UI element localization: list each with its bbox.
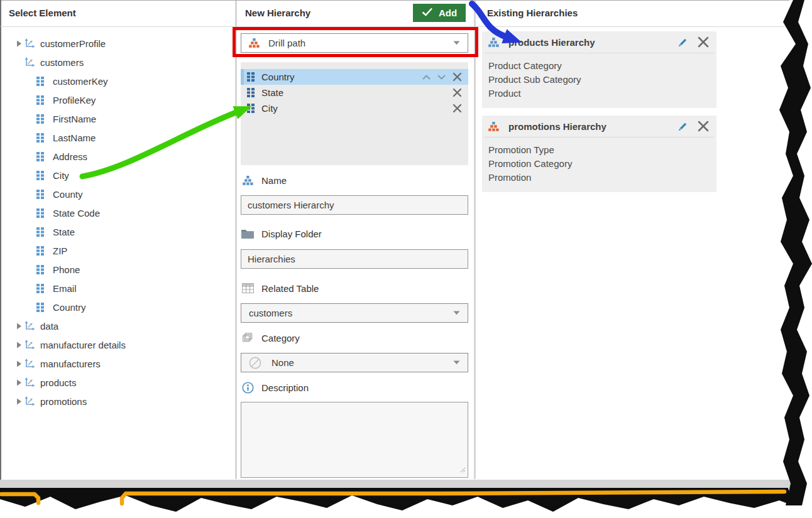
display-folder-label: Display Folder: [261, 229, 322, 239]
hierarchy-orange-icon: [488, 122, 499, 131]
hierarchy-card-products-hierarchy: products Hierarchy Product CategoryProdu…: [482, 31, 716, 108]
hierarchy-card-levels: Product CategoryProduct Sub CategoryProd…: [482, 53, 716, 108]
existing-hierarchies-panel-title: Existing Hierarchies: [487, 0, 578, 26]
edit-hierarchy-button[interactable]: [678, 37, 688, 48]
tree-item-zip[interactable]: ZIP: [1, 241, 234, 260]
tree-item-customerkey[interactable]: customerKey: [1, 72, 234, 90]
edit-hierarchy-button[interactable]: [678, 121, 688, 132]
expander-icon[interactable]: [14, 379, 24, 386]
tree-item-label: customers: [40, 57, 84, 68]
category-label: Category: [261, 333, 300, 343]
resize-handle-icon[interactable]: [459, 464, 466, 475]
table-axis-icon: [24, 396, 40, 406]
app-window: Select Element New Hierarchy Existing Hi…: [0, 0, 812, 518]
table-axis-icon: [24, 321, 40, 331]
drill-level-label: State: [261, 87, 453, 98]
description-textarea[interactable]: [241, 402, 468, 478]
drill-level-country[interactable]: Country: [241, 69, 468, 85]
tree-item-county[interactable]: County: [1, 185, 234, 203]
tree-item-manufacturer-details[interactable]: manufacturer details: [1, 335, 234, 354]
folder-icon: [241, 229, 255, 239]
remove-level-button[interactable]: [453, 72, 462, 82]
column-icon: [36, 152, 53, 161]
tree-item-label: data: [40, 321, 58, 332]
column-icon: [36, 227, 53, 237]
tree-item-address[interactable]: Address: [1, 147, 234, 166]
display-folder-input[interactable]: [241, 249, 468, 269]
tree-item-phone[interactable]: Phone: [1, 260, 234, 279]
tree-item-label: ProfileKey: [53, 95, 96, 105]
column-icon: [36, 114, 53, 124]
tree-item-state[interactable]: State: [1, 222, 234, 241]
tree-item-label: Email: [53, 283, 77, 294]
hierarchy-icon: [241, 176, 255, 185]
delete-hierarchy-button[interactable]: [698, 121, 709, 132]
torn-edge-bottom: [0, 488, 792, 512]
category-dropdown-value: None: [272, 357, 294, 368]
hierarchy-icon: [249, 38, 260, 48]
category-label-row: Category: [241, 331, 300, 345]
level-controls: [453, 88, 462, 97]
drill-level-state[interactable]: State: [241, 85, 468, 100]
tree-item-email[interactable]: Email: [1, 279, 234, 298]
remove-level-button[interactable]: [453, 104, 462, 113]
name-input[interactable]: [241, 195, 468, 215]
add-button-label: Add: [439, 8, 457, 18]
hierarchy-level: Product Category: [488, 59, 710, 73]
tree-item-promotions[interactable]: promotions: [1, 392, 234, 411]
element-tree: customerProfile customers customerKey Pr…: [1, 34, 234, 411]
expander-icon[interactable]: [14, 360, 24, 367]
info-icon: [241, 382, 255, 394]
description-label-row: Description: [241, 380, 309, 394]
related-table-dropdown[interactable]: customers: [241, 303, 468, 323]
chevron-down-icon: [453, 311, 460, 315]
tree-item-manufacturers[interactable]: manufacturers: [1, 354, 234, 373]
tree-item-label: customerProfile: [40, 38, 106, 49]
remove-level-button[interactable]: [453, 88, 462, 97]
expander-icon[interactable]: [14, 342, 24, 348]
tree-item-label: Phone: [53, 264, 80, 275]
add-button[interactable]: Add: [413, 4, 466, 22]
select-element-panel-title: Select Element: [9, 0, 76, 26]
window-border-top: [0, 0, 789, 1]
expander-icon[interactable]: [14, 40, 24, 47]
drill-level-label: Country: [261, 72, 422, 82]
tree-item-city[interactable]: City: [1, 166, 234, 185]
panel-separator-left: [235, 1, 237, 479]
column-icon: [36, 95, 53, 105]
column-icon: [36, 171, 53, 180]
move-up-button[interactable]: [422, 75, 431, 80]
description-label: Description: [261, 382, 309, 393]
none-icon: [249, 357, 261, 369]
category-dropdown[interactable]: None: [241, 353, 468, 372]
tree-item-customers[interactable]: customers: [1, 53, 234, 72]
tree-item-profilekey[interactable]: ProfileKey: [1, 90, 234, 109]
hierarchy-card-title: products Hierarchy: [508, 37, 678, 48]
tree-item-country[interactable]: Country: [1, 298, 234, 316]
tree-item-label: State Code: [53, 208, 100, 219]
tree-item-data[interactable]: data: [1, 316, 234, 335]
move-down-button[interactable]: [437, 75, 446, 80]
torn-edge-right: [779, 0, 812, 505]
expander-icon[interactable]: [14, 323, 24, 330]
level-controls: [422, 72, 462, 82]
tree-item-state-code[interactable]: State Code: [1, 203, 234, 222]
tree-item-customerprofile[interactable]: customerProfile: [1, 34, 234, 53]
tree-item-firstname[interactable]: FirstName: [1, 109, 234, 128]
window-bottom-strip: [0, 480, 791, 488]
tree-item-lastname[interactable]: LastName: [1, 128, 234, 147]
expander-icon[interactable]: [14, 398, 24, 405]
tree-item-products[interactable]: products: [1, 373, 234, 392]
hierarchy-level: Product Sub Category: [488, 73, 710, 87]
drill-level-city[interactable]: City: [241, 100, 468, 116]
tree-item-label: Address: [53, 151, 87, 162]
hierarchy-level: Promotion: [488, 171, 710, 185]
tree-item-label: LastName: [53, 132, 96, 143]
tree-item-label: manufacturers: [40, 359, 101, 369]
tree-item-label: County: [53, 189, 83, 200]
tree-item-label: City: [53, 170, 69, 181]
display-folder-label-row: Display Folder: [241, 227, 322, 240]
tree-item-label: products: [40, 377, 77, 388]
drill-path-dropdown[interactable]: Drill path: [241, 33, 468, 53]
delete-hierarchy-button[interactable]: [698, 36, 709, 48]
